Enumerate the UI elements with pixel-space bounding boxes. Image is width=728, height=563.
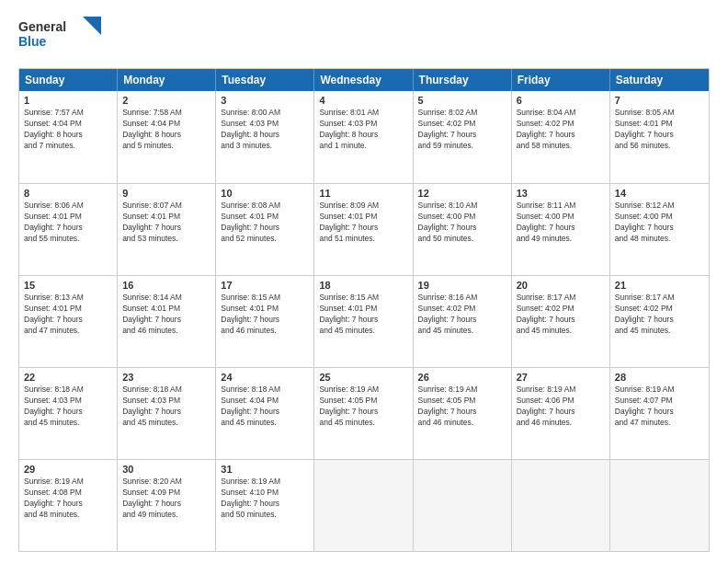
- calendar-cell: 18Sunrise: 8:15 AMSunset: 4:01 PMDayligh…: [314, 276, 413, 367]
- day-info: Sunrise: 8:00 AMSunset: 4:03 PMDaylight:…: [221, 108, 309, 152]
- day-info: Sunrise: 8:19 AMSunset: 4:08 PMDaylight:…: [24, 477, 112, 521]
- day-info: Sunrise: 7:58 AMSunset: 4:04 PMDaylight:…: [122, 108, 210, 152]
- day-number: 11: [319, 188, 407, 199]
- calendar-cell: 6Sunrise: 8:04 AMSunset: 4:02 PMDaylight…: [512, 91, 610, 183]
- day-number: 3: [221, 95, 309, 106]
- day-info: Sunrise: 7:57 AMSunset: 4:04 PMDaylight:…: [24, 108, 112, 152]
- day-info: Sunrise: 8:11 AMSunset: 4:00 PMDaylight:…: [517, 201, 605, 245]
- calendar: SundayMondayTuesdayWednesdayThursdayFrid…: [18, 68, 710, 552]
- day-number: 17: [221, 280, 309, 291]
- calendar-cell: 26Sunrise: 8:19 AMSunset: 4:05 PMDayligh…: [414, 368, 512, 459]
- day-info: Sunrise: 8:12 AMSunset: 4:00 PMDaylight:…: [615, 201, 704, 245]
- day-number: 8: [24, 188, 112, 199]
- svg-marker-1: [83, 17, 101, 35]
- calendar-cell: [610, 460, 709, 551]
- calendar-cell: 16Sunrise: 8:14 AMSunset: 4:01 PMDayligh…: [118, 276, 216, 367]
- day-number: 27: [517, 372, 605, 383]
- calendar-cell: 2Sunrise: 7:58 AMSunset: 4:04 PMDaylight…: [118, 91, 216, 183]
- day-number: 26: [418, 372, 506, 383]
- day-info: Sunrise: 8:15 AMSunset: 4:01 PMDaylight:…: [319, 293, 407, 337]
- day-number: 12: [418, 188, 506, 199]
- header: General Blue: [18, 15, 710, 59]
- calendar-cell: 5Sunrise: 8:02 AMSunset: 4:02 PMDaylight…: [414, 91, 512, 183]
- calendar-week-1: 1Sunrise: 7:57 AMSunset: 4:04 PMDaylight…: [19, 91, 709, 183]
- calendar-week-5: 29Sunrise: 8:19 AMSunset: 4:08 PMDayligh…: [19, 459, 709, 551]
- calendar-week-4: 22Sunrise: 8:18 AMSunset: 4:03 PMDayligh…: [19, 367, 709, 459]
- calendar-cell: 30Sunrise: 8:20 AMSunset: 4:09 PMDayligh…: [118, 460, 216, 551]
- calendar-cell: 15Sunrise: 8:13 AMSunset: 4:01 PMDayligh…: [19, 276, 118, 367]
- day-info: Sunrise: 8:17 AMSunset: 4:02 PMDaylight:…: [517, 293, 605, 337]
- day-header-monday: Monday: [118, 69, 216, 91]
- day-number: 1: [24, 95, 112, 106]
- calendar-cell: 23Sunrise: 8:18 AMSunset: 4:03 PMDayligh…: [118, 368, 216, 459]
- calendar-cell: 31Sunrise: 8:19 AMSunset: 4:10 PMDayligh…: [216, 460, 314, 551]
- svg-text:Blue: Blue: [18, 34, 47, 49]
- day-info: Sunrise: 8:18 AMSunset: 4:03 PMDaylight:…: [24, 385, 112, 429]
- calendar-cell: 7Sunrise: 8:05 AMSunset: 4:01 PMDaylight…: [610, 91, 709, 183]
- day-number: 18: [319, 280, 407, 291]
- calendar-cell: 29Sunrise: 8:19 AMSunset: 4:08 PMDayligh…: [19, 460, 118, 551]
- calendar-cell: 24Sunrise: 8:18 AMSunset: 4:04 PMDayligh…: [216, 368, 314, 459]
- day-header-tuesday: Tuesday: [216, 69, 314, 91]
- day-number: 4: [319, 95, 407, 106]
- calendar-cell: 27Sunrise: 8:19 AMSunset: 4:06 PMDayligh…: [512, 368, 610, 459]
- day-header-wednesday: Wednesday: [314, 69, 413, 91]
- day-number: 10: [221, 188, 309, 199]
- calendar-cell: 25Sunrise: 8:19 AMSunset: 4:05 PMDayligh…: [314, 368, 413, 459]
- day-number: 30: [122, 464, 210, 475]
- calendar-week-2: 8Sunrise: 8:06 AMSunset: 4:01 PMDaylight…: [19, 183, 709, 275]
- calendar-cell: 17Sunrise: 8:15 AMSunset: 4:01 PMDayligh…: [216, 276, 314, 367]
- calendar-cell: 9Sunrise: 8:07 AMSunset: 4:01 PMDaylight…: [118, 184, 216, 275]
- day-number: 7: [615, 95, 704, 106]
- calendar-cell: 19Sunrise: 8:16 AMSunset: 4:02 PMDayligh…: [414, 276, 512, 367]
- day-number: 13: [517, 188, 605, 199]
- logo: General Blue: [18, 15, 110, 59]
- day-info: Sunrise: 8:08 AMSunset: 4:01 PMDaylight:…: [221, 201, 309, 245]
- day-info: Sunrise: 8:19 AMSunset: 4:10 PMDaylight:…: [221, 477, 309, 521]
- day-info: Sunrise: 8:19 AMSunset: 4:05 PMDaylight:…: [319, 385, 407, 429]
- day-info: Sunrise: 8:04 AMSunset: 4:02 PMDaylight:…: [517, 108, 605, 152]
- day-number: 29: [24, 464, 112, 475]
- svg-text:General: General: [18, 19, 66, 34]
- day-info: Sunrise: 8:16 AMSunset: 4:02 PMDaylight:…: [418, 293, 506, 337]
- day-info: Sunrise: 8:10 AMSunset: 4:00 PMDaylight:…: [418, 201, 506, 245]
- day-info: Sunrise: 8:06 AMSunset: 4:01 PMDaylight:…: [24, 201, 112, 245]
- day-number: 2: [122, 95, 210, 106]
- calendar-cell: 22Sunrise: 8:18 AMSunset: 4:03 PMDayligh…: [19, 368, 118, 459]
- day-info: Sunrise: 8:19 AMSunset: 4:06 PMDaylight:…: [517, 385, 605, 429]
- day-number: 6: [517, 95, 605, 106]
- calendar-cell: 21Sunrise: 8:17 AMSunset: 4:02 PMDayligh…: [610, 276, 709, 367]
- day-header-thursday: Thursday: [414, 69, 512, 91]
- calendar-header: SundayMondayTuesdayWednesdayThursdayFrid…: [19, 69, 709, 91]
- calendar-cell: [512, 460, 610, 551]
- day-number: 19: [418, 280, 506, 291]
- day-info: Sunrise: 8:19 AMSunset: 4:05 PMDaylight:…: [418, 385, 506, 429]
- day-number: 31: [221, 464, 309, 475]
- day-info: Sunrise: 8:02 AMSunset: 4:02 PMDaylight:…: [418, 108, 506, 152]
- calendar-cell: 20Sunrise: 8:17 AMSunset: 4:02 PMDayligh…: [512, 276, 610, 367]
- day-info: Sunrise: 8:20 AMSunset: 4:09 PMDaylight:…: [122, 477, 210, 521]
- calendar-cell: 28Sunrise: 8:19 AMSunset: 4:07 PMDayligh…: [610, 368, 709, 459]
- day-info: Sunrise: 8:17 AMSunset: 4:02 PMDaylight:…: [615, 293, 704, 337]
- day-number: 23: [122, 372, 210, 383]
- calendar-cell: 8Sunrise: 8:06 AMSunset: 4:01 PMDaylight…: [19, 184, 118, 275]
- day-number: 20: [517, 280, 605, 291]
- calendar-cell: 12Sunrise: 8:10 AMSunset: 4:00 PMDayligh…: [414, 184, 512, 275]
- calendar-cell: [414, 460, 512, 551]
- day-number: 9: [122, 188, 210, 199]
- day-info: Sunrise: 8:18 AMSunset: 4:04 PMDaylight:…: [221, 385, 309, 429]
- day-info: Sunrise: 8:19 AMSunset: 4:07 PMDaylight:…: [615, 385, 704, 429]
- day-number: 14: [615, 188, 704, 199]
- day-info: Sunrise: 8:09 AMSunset: 4:01 PMDaylight:…: [319, 201, 407, 245]
- day-info: Sunrise: 8:05 AMSunset: 4:01 PMDaylight:…: [615, 108, 704, 152]
- calendar-week-3: 15Sunrise: 8:13 AMSunset: 4:01 PMDayligh…: [19, 275, 709, 367]
- day-header-saturday: Saturday: [610, 69, 709, 91]
- day-header-sunday: Sunday: [19, 69, 118, 91]
- day-number: 16: [122, 280, 210, 291]
- logo-icon: General Blue: [18, 15, 110, 55]
- day-number: 24: [221, 372, 309, 383]
- calendar-cell: [314, 460, 413, 551]
- day-info: Sunrise: 8:15 AMSunset: 4:01 PMDaylight:…: [221, 293, 309, 337]
- day-number: 15: [24, 280, 112, 291]
- calendar-cell: 13Sunrise: 8:11 AMSunset: 4:00 PMDayligh…: [512, 184, 610, 275]
